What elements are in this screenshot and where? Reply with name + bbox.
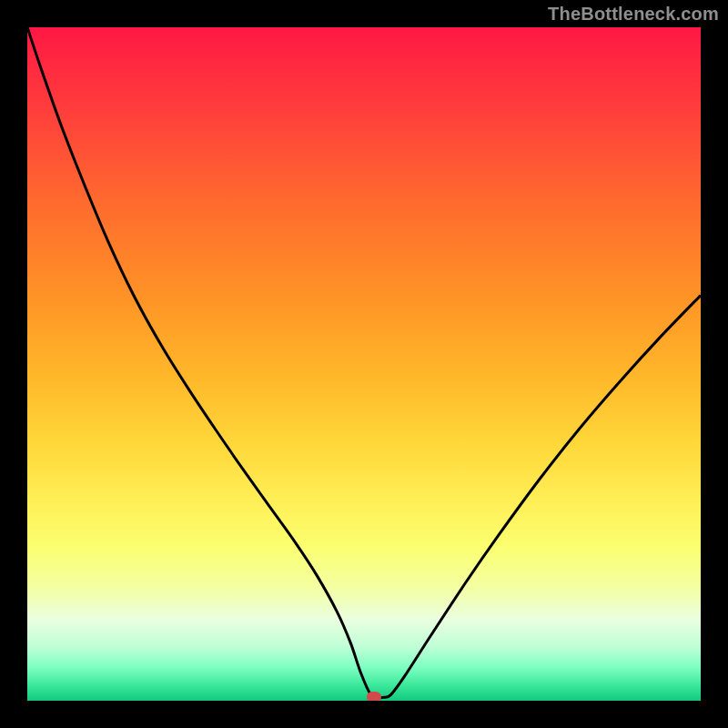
plot-area [27, 27, 701, 701]
stage: TheBottleneck.com [0, 0, 728, 728]
optimal-point-marker [367, 692, 381, 701]
bottleneck-curve [27, 27, 701, 701]
watermark-text: TheBottleneck.com [548, 4, 719, 25]
